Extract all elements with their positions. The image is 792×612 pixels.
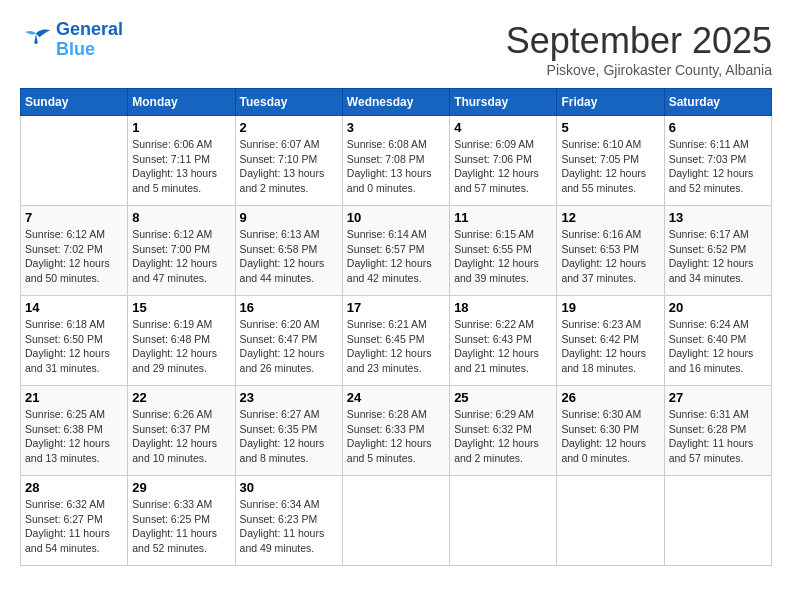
title-block: September 2025 Piskove, Gjirokaster Coun… — [506, 20, 772, 78]
calendar-cell: 16Sunrise: 6:20 AM Sunset: 6:47 PM Dayli… — [235, 296, 342, 386]
calendar-cell: 7Sunrise: 6:12 AM Sunset: 7:02 PM Daylig… — [21, 206, 128, 296]
day-number: 15 — [132, 300, 230, 315]
calendar-cell: 21Sunrise: 6:25 AM Sunset: 6:38 PM Dayli… — [21, 386, 128, 476]
day-number: 22 — [132, 390, 230, 405]
day-info: Sunrise: 6:19 AM Sunset: 6:48 PM Dayligh… — [132, 317, 230, 376]
calendar-cell: 3Sunrise: 6:08 AM Sunset: 7:08 PM Daylig… — [342, 116, 449, 206]
day-number: 10 — [347, 210, 445, 225]
calendar-cell: 17Sunrise: 6:21 AM Sunset: 6:45 PM Dayli… — [342, 296, 449, 386]
day-number: 29 — [132, 480, 230, 495]
day-info: Sunrise: 6:09 AM Sunset: 7:06 PM Dayligh… — [454, 137, 552, 196]
day-info: Sunrise: 6:33 AM Sunset: 6:25 PM Dayligh… — [132, 497, 230, 556]
day-number: 7 — [25, 210, 123, 225]
day-header-friday: Friday — [557, 89, 664, 116]
calendar-cell: 26Sunrise: 6:30 AM Sunset: 6:30 PM Dayli… — [557, 386, 664, 476]
calendar-cell: 27Sunrise: 6:31 AM Sunset: 6:28 PM Dayli… — [664, 386, 771, 476]
day-number: 8 — [132, 210, 230, 225]
calendar-week-4: 21Sunrise: 6:25 AM Sunset: 6:38 PM Dayli… — [21, 386, 772, 476]
calendar-cell: 10Sunrise: 6:14 AM Sunset: 6:57 PM Dayli… — [342, 206, 449, 296]
day-info: Sunrise: 6:13 AM Sunset: 6:58 PM Dayligh… — [240, 227, 338, 286]
calendar-cell: 23Sunrise: 6:27 AM Sunset: 6:35 PM Dayli… — [235, 386, 342, 476]
calendar-week-5: 28Sunrise: 6:32 AM Sunset: 6:27 PM Dayli… — [21, 476, 772, 566]
day-info: Sunrise: 6:30 AM Sunset: 6:30 PM Dayligh… — [561, 407, 659, 466]
calendar-cell: 25Sunrise: 6:29 AM Sunset: 6:32 PM Dayli… — [450, 386, 557, 476]
day-info: Sunrise: 6:27 AM Sunset: 6:35 PM Dayligh… — [240, 407, 338, 466]
calendar-cell: 13Sunrise: 6:17 AM Sunset: 6:52 PM Dayli… — [664, 206, 771, 296]
day-number: 18 — [454, 300, 552, 315]
day-header-saturday: Saturday — [664, 89, 771, 116]
calendar-cell: 22Sunrise: 6:26 AM Sunset: 6:37 PM Dayli… — [128, 386, 235, 476]
day-info: Sunrise: 6:08 AM Sunset: 7:08 PM Dayligh… — [347, 137, 445, 196]
day-header-monday: Monday — [128, 89, 235, 116]
calendar-cell — [342, 476, 449, 566]
day-info: Sunrise: 6:11 AM Sunset: 7:03 PM Dayligh… — [669, 137, 767, 196]
calendar-week-2: 7Sunrise: 6:12 AM Sunset: 7:02 PM Daylig… — [21, 206, 772, 296]
day-info: Sunrise: 6:29 AM Sunset: 6:32 PM Dayligh… — [454, 407, 552, 466]
day-info: Sunrise: 6:32 AM Sunset: 6:27 PM Dayligh… — [25, 497, 123, 556]
day-number: 27 — [669, 390, 767, 405]
location-subtitle: Piskove, Gjirokaster County, Albania — [506, 62, 772, 78]
day-header-tuesday: Tuesday — [235, 89, 342, 116]
day-info: Sunrise: 6:06 AM Sunset: 7:11 PM Dayligh… — [132, 137, 230, 196]
calendar-cell — [21, 116, 128, 206]
calendar-cell: 20Sunrise: 6:24 AM Sunset: 6:40 PM Dayli… — [664, 296, 771, 386]
header-row: SundayMondayTuesdayWednesdayThursdayFrid… — [21, 89, 772, 116]
day-info: Sunrise: 6:07 AM Sunset: 7:10 PM Dayligh… — [240, 137, 338, 196]
day-header-thursday: Thursday — [450, 89, 557, 116]
calendar-week-1: 1Sunrise: 6:06 AM Sunset: 7:11 PM Daylig… — [21, 116, 772, 206]
calendar-table: SundayMondayTuesdayWednesdayThursdayFrid… — [20, 88, 772, 566]
month-title: September 2025 — [506, 20, 772, 62]
day-number: 17 — [347, 300, 445, 315]
calendar-week-3: 14Sunrise: 6:18 AM Sunset: 6:50 PM Dayli… — [21, 296, 772, 386]
day-info: Sunrise: 6:34 AM Sunset: 6:23 PM Dayligh… — [240, 497, 338, 556]
day-info: Sunrise: 6:23 AM Sunset: 6:42 PM Dayligh… — [561, 317, 659, 376]
day-info: Sunrise: 6:15 AM Sunset: 6:55 PM Dayligh… — [454, 227, 552, 286]
calendar-cell: 9Sunrise: 6:13 AM Sunset: 6:58 PM Daylig… — [235, 206, 342, 296]
day-number: 16 — [240, 300, 338, 315]
day-number: 4 — [454, 120, 552, 135]
calendar-cell: 19Sunrise: 6:23 AM Sunset: 6:42 PM Dayli… — [557, 296, 664, 386]
day-number: 25 — [454, 390, 552, 405]
calendar-cell: 12Sunrise: 6:16 AM Sunset: 6:53 PM Dayli… — [557, 206, 664, 296]
calendar-cell: 6Sunrise: 6:11 AM Sunset: 7:03 PM Daylig… — [664, 116, 771, 206]
day-number: 9 — [240, 210, 338, 225]
day-info: Sunrise: 6:14 AM Sunset: 6:57 PM Dayligh… — [347, 227, 445, 286]
day-number: 26 — [561, 390, 659, 405]
calendar-cell — [557, 476, 664, 566]
calendar-cell: 11Sunrise: 6:15 AM Sunset: 6:55 PM Dayli… — [450, 206, 557, 296]
calendar-cell — [664, 476, 771, 566]
day-number: 20 — [669, 300, 767, 315]
day-info: Sunrise: 6:28 AM Sunset: 6:33 PM Dayligh… — [347, 407, 445, 466]
day-info: Sunrise: 6:25 AM Sunset: 6:38 PM Dayligh… — [25, 407, 123, 466]
day-number: 14 — [25, 300, 123, 315]
day-number: 13 — [669, 210, 767, 225]
calendar-cell: 28Sunrise: 6:32 AM Sunset: 6:27 PM Dayli… — [21, 476, 128, 566]
calendar-cell: 8Sunrise: 6:12 AM Sunset: 7:00 PM Daylig… — [128, 206, 235, 296]
day-number: 24 — [347, 390, 445, 405]
day-info: Sunrise: 6:16 AM Sunset: 6:53 PM Dayligh… — [561, 227, 659, 286]
calendar-cell: 2Sunrise: 6:07 AM Sunset: 7:10 PM Daylig… — [235, 116, 342, 206]
page-header: GeneralBlue September 2025 Piskove, Gjir… — [20, 20, 772, 78]
day-number: 5 — [561, 120, 659, 135]
calendar-cell: 29Sunrise: 6:33 AM Sunset: 6:25 PM Dayli… — [128, 476, 235, 566]
day-number: 2 — [240, 120, 338, 135]
day-number: 12 — [561, 210, 659, 225]
day-info: Sunrise: 6:21 AM Sunset: 6:45 PM Dayligh… — [347, 317, 445, 376]
calendar-cell: 14Sunrise: 6:18 AM Sunset: 6:50 PM Dayli… — [21, 296, 128, 386]
logo: GeneralBlue — [20, 20, 123, 60]
calendar-cell: 1Sunrise: 6:06 AM Sunset: 7:11 PM Daylig… — [128, 116, 235, 206]
calendar-cell: 15Sunrise: 6:19 AM Sunset: 6:48 PM Dayli… — [128, 296, 235, 386]
day-info: Sunrise: 6:24 AM Sunset: 6:40 PM Dayligh… — [669, 317, 767, 376]
day-number: 3 — [347, 120, 445, 135]
calendar-cell: 30Sunrise: 6:34 AM Sunset: 6:23 PM Dayli… — [235, 476, 342, 566]
day-info: Sunrise: 6:26 AM Sunset: 6:37 PM Dayligh… — [132, 407, 230, 466]
calendar-cell — [450, 476, 557, 566]
day-number: 28 — [25, 480, 123, 495]
logo-icon — [20, 26, 52, 54]
day-info: Sunrise: 6:12 AM Sunset: 7:02 PM Dayligh… — [25, 227, 123, 286]
day-info: Sunrise: 6:18 AM Sunset: 6:50 PM Dayligh… — [25, 317, 123, 376]
day-number: 21 — [25, 390, 123, 405]
day-header-sunday: Sunday — [21, 89, 128, 116]
day-number: 6 — [669, 120, 767, 135]
calendar-cell: 5Sunrise: 6:10 AM Sunset: 7:05 PM Daylig… — [557, 116, 664, 206]
